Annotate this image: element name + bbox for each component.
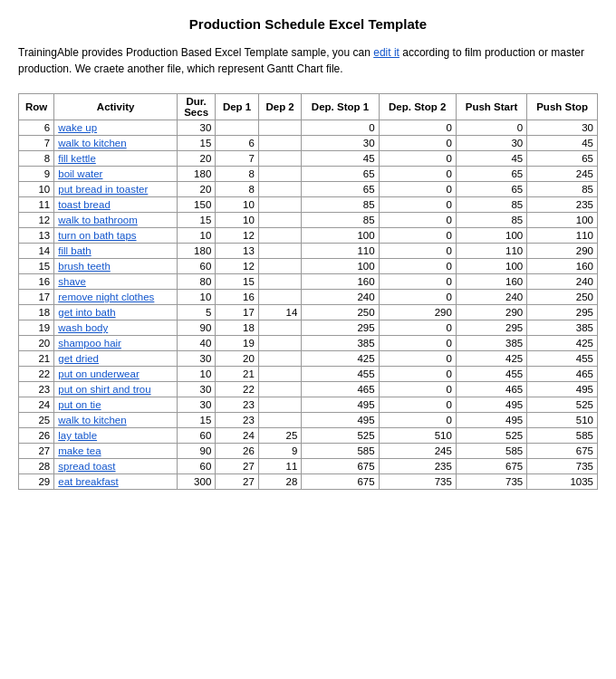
cell-value: 245 [527, 167, 598, 182]
cell-value: 180 [178, 167, 216, 182]
cell-value: 0 [379, 136, 456, 151]
cell-value: 80 [178, 274, 216, 290]
table-row: 7walk to kitchen1563003045 [19, 136, 598, 151]
cell-value: 100 [302, 228, 379, 244]
cell-value: 525 [302, 428, 379, 444]
cell-value: 735 [379, 474, 456, 490]
cell-activity: shampoo hair [54, 336, 178, 351]
schedule-table: Row Activity Dur.Secs Dep 1 Dep 2 Dep. S… [18, 93, 598, 490]
cell-row-num: 29 [19, 474, 54, 490]
cell-value: 13 [216, 244, 259, 259]
cell-activity: spread toast [54, 459, 178, 474]
cell-activity: put bread in toaster [54, 182, 178, 197]
cell-activity: put on tie [54, 397, 178, 413]
cell-value: 85 [456, 213, 526, 228]
cell-value: 455 [456, 367, 526, 382]
cell-value [258, 413, 302, 428]
cell-value: 675 [456, 459, 526, 474]
cell-row-num: 13 [19, 228, 54, 244]
cell-value: 495 [527, 382, 598, 397]
cell-row-num: 19 [19, 320, 54, 336]
cell-value: 290 [379, 305, 456, 320]
cell-value: 0 [379, 167, 456, 182]
cell-value [258, 290, 302, 305]
cell-activity: put on underwear [54, 367, 178, 382]
cell-value: 385 [302, 336, 379, 351]
cell-value: 15 [178, 413, 216, 428]
cell-value: 110 [456, 244, 526, 259]
cell-row-num: 12 [19, 213, 54, 228]
table-body: 6wake up30000307walk to kitchen156300304… [19, 120, 598, 490]
table-row: 25walk to kitchen15234950495510 [19, 413, 598, 428]
table-row: 12walk to bathroom151085085100 [19, 213, 598, 228]
cell-row-num: 7 [19, 136, 54, 151]
cell-value: 465 [527, 367, 598, 382]
cell-value: 14 [258, 305, 302, 320]
cell-row-num: 27 [19, 444, 54, 459]
cell-value: 675 [302, 474, 379, 490]
cell-row-num: 28 [19, 459, 54, 474]
cell-activity: get into bath [54, 305, 178, 320]
cell-value: 30 [178, 397, 216, 413]
cell-value [258, 197, 302, 213]
cell-value: 675 [527, 444, 598, 459]
cell-activity: walk to kitchen [54, 136, 178, 151]
cell-activity: remove night clothes [54, 290, 178, 305]
cell-value: 9 [258, 444, 302, 459]
cell-value: 0 [379, 382, 456, 397]
table-row: 8fill kettle2074504565 [19, 151, 598, 167]
cell-value: 300 [178, 474, 216, 490]
cell-activity: brush teeth [54, 259, 178, 274]
cell-value: 0 [379, 290, 456, 305]
cell-value: 60 [178, 428, 216, 444]
cell-value: 30 [178, 382, 216, 397]
col-header-dep2: Dep 2 [258, 94, 302, 120]
cell-value: 495 [456, 413, 526, 428]
table-row: 24put on tie30234950495525 [19, 397, 598, 413]
cell-row-num: 11 [19, 197, 54, 213]
cell-value: 425 [527, 336, 598, 351]
cell-value: 240 [302, 290, 379, 305]
cell-value [258, 320, 302, 336]
cell-value [258, 351, 302, 367]
cell-value: 12 [216, 228, 259, 244]
cell-value: 585 [527, 428, 598, 444]
cell-value [258, 120, 302, 136]
cell-value: 23 [216, 413, 259, 428]
cell-value: 60 [178, 259, 216, 274]
cell-value: 25 [258, 428, 302, 444]
cell-value: 90 [178, 444, 216, 459]
cell-value: 0 [379, 120, 456, 136]
cell-value: 110 [527, 228, 598, 244]
cell-row-num: 25 [19, 413, 54, 428]
cell-activity: walk to kitchen [54, 413, 178, 428]
cell-value [258, 136, 302, 151]
cell-value: 495 [302, 413, 379, 428]
cell-value: 0 [379, 274, 456, 290]
cell-value: 425 [302, 351, 379, 367]
cell-row-num: 17 [19, 290, 54, 305]
cell-value: 85 [302, 197, 379, 213]
cell-value: 19 [216, 336, 259, 351]
cell-activity: fill kettle [54, 151, 178, 167]
cell-value: 425 [456, 351, 526, 367]
cell-value: 0 [379, 228, 456, 244]
cell-value: 385 [527, 320, 598, 336]
cell-value: 235 [379, 459, 456, 474]
cell-value: 160 [527, 259, 598, 274]
cell-value: 240 [527, 274, 598, 290]
cell-value: 85 [527, 182, 598, 197]
cell-value: 585 [456, 444, 526, 459]
cell-row-num: 18 [19, 305, 54, 320]
table-row: 22put on underwear10214550455465 [19, 367, 598, 382]
cell-value [258, 367, 302, 382]
table-row: 21get dried30204250425455 [19, 351, 598, 367]
cell-value: 0 [379, 351, 456, 367]
cell-value: 65 [302, 182, 379, 197]
cell-value: 510 [379, 428, 456, 444]
cell-activity: turn on bath taps [54, 228, 178, 244]
cell-value: 0 [302, 120, 379, 136]
cell-value [258, 167, 302, 182]
cell-value: 8 [216, 167, 259, 182]
cell-value: 250 [527, 290, 598, 305]
